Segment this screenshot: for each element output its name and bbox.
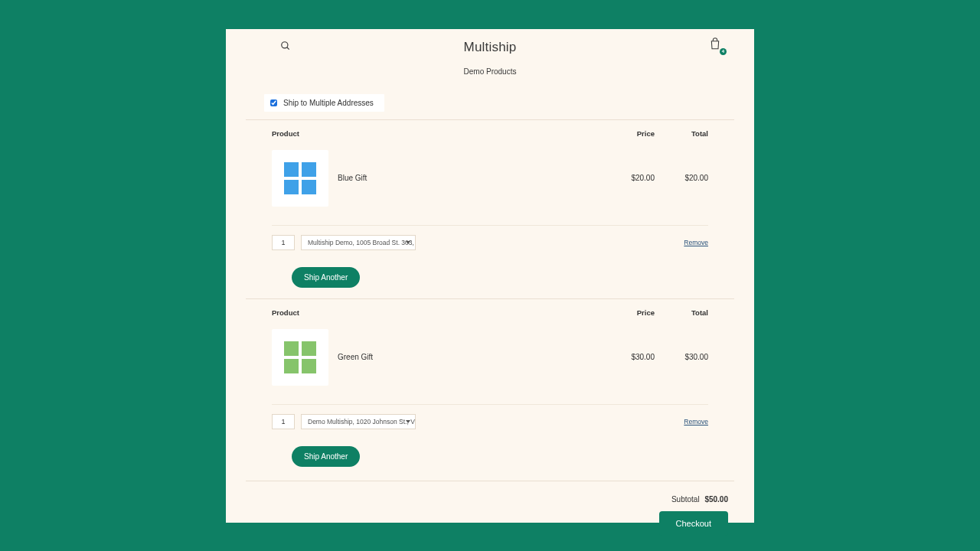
product-thumbnail <box>272 329 328 386</box>
search-button[interactable] <box>278 40 293 55</box>
column-headers: Product Price Total <box>272 308 708 317</box>
product-cell: Green Gift <box>272 329 601 386</box>
subtotal-row: Subtotal $50.00 <box>246 495 728 504</box>
bag-icon <box>709 37 721 51</box>
cart-button[interactable]: 4 <box>707 37 724 54</box>
col-price: Price <box>601 129 655 138</box>
quantity-input[interactable] <box>272 235 295 250</box>
svg-rect-8 <box>284 359 299 373</box>
product-price: $20.00 <box>601 174 655 182</box>
brand-title: Multiship <box>464 40 517 55</box>
cart-page: Multiship 4 Demo Products Ship to Multip… <box>226 29 754 523</box>
product-total: $30.00 <box>655 353 708 361</box>
cart-line: Product Price Total Blue Gift <box>246 119 734 259</box>
chevron-down-icon <box>406 420 410 423</box>
svg-rect-7 <box>302 341 316 356</box>
multiship-toggle-row: Ship to Multiple Addresses <box>264 94 384 112</box>
cart-count-badge: 4 <box>720 48 727 55</box>
subtotal-label: Subtotal <box>671 495 700 504</box>
cart-line: Product Price Total Green Gift <box>246 298 734 439</box>
svg-rect-9 <box>302 359 316 373</box>
multiship-checkbox[interactable] <box>270 99 277 106</box>
product-price: $30.00 <box>601 353 655 361</box>
quantity-input[interactable] <box>272 414 295 429</box>
remove-link[interactable]: Remove <box>684 418 708 425</box>
address-select[interactable]: Multiship Demo, 1005 Broad St. 303, Vict… <box>301 235 416 250</box>
cart-list: Product Price Total Blue Gift <box>246 119 734 478</box>
product-thumbnail <box>272 150 328 207</box>
cart-footer: Subtotal $50.00 Checkout <box>246 481 734 504</box>
col-product: Product <box>272 129 601 138</box>
column-headers: Product Price Total <box>272 129 708 138</box>
nav-link-demo-products[interactable]: Demo Products <box>226 66 754 80</box>
address-row: Multiship Demo, 1005 Broad St. 303, Vict… <box>272 225 708 259</box>
search-icon <box>280 41 291 51</box>
col-price: Price <box>601 308 655 317</box>
col-product: Product <box>272 308 601 317</box>
checkout-button[interactable]: Checkout <box>659 511 728 536</box>
svg-rect-5 <box>302 180 316 194</box>
product-total: $20.00 <box>655 174 708 182</box>
product-name: Green Gift <box>338 353 373 361</box>
address-select[interactable]: Demo Multiship, 1020 Johnson St., Victo.… <box>301 414 416 429</box>
svg-rect-2 <box>284 162 299 177</box>
header: Multiship 4 <box>226 29 754 66</box>
product-row: Green Gift $30.00 $30.00 <box>272 329 708 386</box>
svg-rect-6 <box>284 341 299 356</box>
multiship-label: Ship to Multiple Addresses <box>283 99 374 107</box>
remove-link[interactable]: Remove <box>684 239 708 246</box>
svg-rect-3 <box>302 162 316 177</box>
subtotal-value: $50.00 <box>704 495 728 504</box>
address-select-value: Demo Multiship, 1020 Johnson St., Victo.… <box>308 418 416 425</box>
address-row: Demo Multiship, 1020 Johnson St., Victo.… <box>272 404 708 439</box>
ship-another-button[interactable]: Ship Another <box>292 446 360 467</box>
address-select-value: Multiship Demo, 1005 Broad St. 303, Vict… <box>308 239 416 246</box>
chevron-down-icon <box>406 241 410 244</box>
svg-rect-4 <box>284 180 299 194</box>
gift-icon <box>283 340 318 375</box>
ship-another-button[interactable]: Ship Another <box>292 267 360 288</box>
product-cell: Blue Gift <box>272 150 601 207</box>
col-total: Total <box>655 308 708 317</box>
col-total: Total <box>655 129 708 138</box>
gift-icon <box>283 161 318 196</box>
product-row: Blue Gift $20.00 $20.00 <box>272 150 708 207</box>
product-name: Blue Gift <box>338 174 367 182</box>
svg-line-1 <box>287 47 289 50</box>
svg-point-0 <box>282 42 288 48</box>
